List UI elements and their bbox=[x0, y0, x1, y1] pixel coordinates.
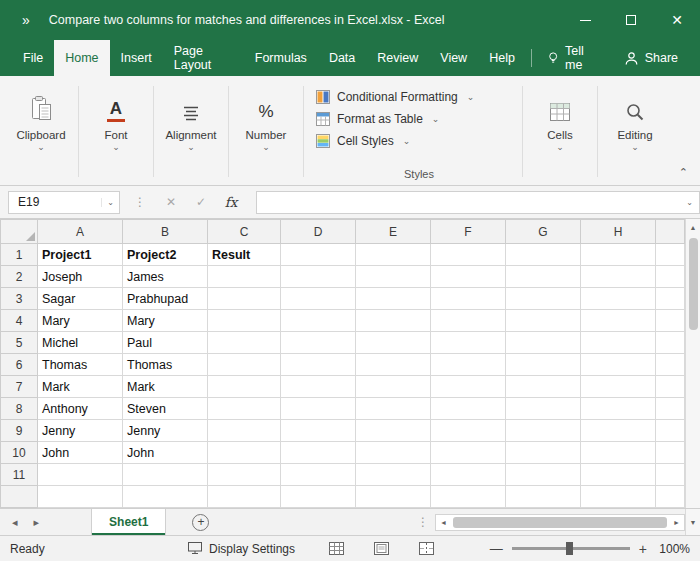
cell[interactable] bbox=[506, 332, 581, 354]
name-box[interactable]: E19 ⌄ bbox=[8, 191, 120, 214]
cell[interactable] bbox=[656, 420, 685, 442]
cell[interactable] bbox=[208, 420, 281, 442]
tell-me-button[interactable]: Tell me bbox=[537, 40, 608, 76]
row-header[interactable]: 2 bbox=[1, 266, 38, 288]
cell[interactable]: Project1 bbox=[38, 244, 123, 266]
column-header[interactable]: H bbox=[581, 220, 656, 244]
tab-view[interactable]: View bbox=[429, 40, 478, 76]
cell[interactable] bbox=[506, 376, 581, 398]
tab-help[interactable]: Help bbox=[478, 40, 526, 76]
cell[interactable] bbox=[506, 464, 581, 486]
cell[interactable]: Project2 bbox=[123, 244, 208, 266]
cell[interactable]: Paul bbox=[123, 332, 208, 354]
cell[interactable] bbox=[581, 464, 656, 486]
cell[interactable] bbox=[656, 398, 685, 420]
editing-group-button[interactable]: Editing ⌄ bbox=[598, 78, 672, 185]
tab-file[interactable]: File bbox=[12, 40, 54, 76]
add-sheet-button[interactable]: + bbox=[192, 514, 209, 531]
column-header[interactable]: D bbox=[281, 220, 356, 244]
cell[interactable] bbox=[123, 464, 208, 486]
horizontal-scrollbar[interactable]: ◄ ► bbox=[435, 514, 685, 531]
cell[interactable] bbox=[208, 398, 281, 420]
tab-data[interactable]: Data bbox=[318, 40, 366, 76]
tab-formulas[interactable]: Formulas bbox=[244, 40, 318, 76]
font-group-button[interactable]: A Font ⌄ bbox=[79, 78, 153, 185]
cell[interactable] bbox=[356, 266, 431, 288]
cell[interactable] bbox=[506, 266, 581, 288]
cell[interactable] bbox=[356, 486, 431, 508]
cell[interactable] bbox=[281, 376, 356, 398]
cell[interactable] bbox=[431, 288, 506, 310]
cell[interactable] bbox=[581, 266, 656, 288]
vertical-scrollbar[interactable]: ▲ bbox=[685, 219, 700, 508]
cell[interactable] bbox=[581, 420, 656, 442]
cell[interactable] bbox=[656, 288, 685, 310]
cell[interactable]: Michel bbox=[38, 332, 123, 354]
cell[interactable] bbox=[431, 310, 506, 332]
cell[interactable] bbox=[656, 464, 685, 486]
conditional-formatting-button[interactable]: Conditional Formatting ⌄ bbox=[316, 86, 474, 108]
cell[interactable] bbox=[506, 288, 581, 310]
scroll-right-icon[interactable]: ► bbox=[669, 519, 684, 526]
tab-insert[interactable]: Insert bbox=[110, 40, 163, 76]
row-header[interactable]: 5 bbox=[1, 332, 38, 354]
cell[interactable] bbox=[208, 464, 281, 486]
collapse-ribbon-button[interactable]: ⌃ bbox=[679, 166, 688, 179]
cell[interactable] bbox=[506, 420, 581, 442]
cell[interactable] bbox=[38, 464, 123, 486]
zoom-slider[interactable] bbox=[512, 547, 630, 550]
cell[interactable]: Prabhupad bbox=[123, 288, 208, 310]
cell[interactable] bbox=[581, 244, 656, 266]
cell[interactable] bbox=[356, 244, 431, 266]
cell[interactable] bbox=[581, 376, 656, 398]
cell[interactable] bbox=[356, 310, 431, 332]
column-header[interactable]: G bbox=[506, 220, 581, 244]
cell[interactable] bbox=[281, 442, 356, 464]
cell[interactable] bbox=[656, 332, 685, 354]
cell[interactable] bbox=[581, 288, 656, 310]
scroll-down-icon[interactable]: ▼ bbox=[685, 509, 700, 535]
insert-function-button[interactable]: fx bbox=[216, 194, 246, 210]
cell[interactable] bbox=[581, 310, 656, 332]
formula-input[interactable] bbox=[256, 191, 680, 214]
cell[interactable] bbox=[656, 244, 685, 266]
cell[interactable] bbox=[281, 288, 356, 310]
row-header[interactable]: 6 bbox=[1, 354, 38, 376]
row-header[interactable]: 9 bbox=[1, 420, 38, 442]
cell[interactable] bbox=[281, 398, 356, 420]
row-header[interactable]: 1 bbox=[1, 244, 38, 266]
cell[interactable] bbox=[281, 310, 356, 332]
cell[interactable] bbox=[123, 486, 208, 508]
number-group-button[interactable]: % Number ⌄ bbox=[229, 78, 303, 185]
cell[interactable] bbox=[656, 486, 685, 508]
cell[interactable] bbox=[506, 398, 581, 420]
quick-access-icon[interactable]: » bbox=[22, 12, 31, 28]
cell[interactable]: Thomas bbox=[38, 354, 123, 376]
cell[interactable]: James bbox=[123, 266, 208, 288]
cell[interactable] bbox=[581, 486, 656, 508]
cells-group-button[interactable]: Cells ⌄ bbox=[523, 78, 597, 185]
cell[interactable] bbox=[356, 332, 431, 354]
cell-styles-button[interactable]: Cell Styles ⌄ bbox=[316, 130, 410, 152]
cell[interactable] bbox=[356, 354, 431, 376]
cell[interactable] bbox=[356, 420, 431, 442]
cell[interactable] bbox=[656, 310, 685, 332]
cell[interactable] bbox=[656, 266, 685, 288]
alignment-group-button[interactable]: Alignment ⌄ bbox=[154, 78, 228, 185]
cell[interactable] bbox=[656, 442, 685, 464]
select-all-corner[interactable] bbox=[1, 220, 38, 244]
cell[interactable]: Jenny bbox=[123, 420, 208, 442]
column-header[interactable]: B bbox=[123, 220, 208, 244]
cell[interactable]: Result bbox=[208, 244, 281, 266]
cell[interactable] bbox=[431, 398, 506, 420]
format-as-table-button[interactable]: Format as Table ⌄ bbox=[316, 108, 439, 130]
previous-sheet-icon[interactable]: ◂ bbox=[12, 516, 18, 529]
display-settings-button[interactable]: Display Settings bbox=[188, 542, 295, 556]
row-header[interactable]: 3 bbox=[1, 288, 38, 310]
maximize-button[interactable] bbox=[608, 0, 654, 40]
cell[interactable] bbox=[281, 486, 356, 508]
cell[interactable] bbox=[208, 442, 281, 464]
page-break-view-icon[interactable] bbox=[419, 542, 434, 555]
horizontal-scrollbar-thumb[interactable] bbox=[453, 517, 667, 528]
cell[interactable] bbox=[281, 354, 356, 376]
